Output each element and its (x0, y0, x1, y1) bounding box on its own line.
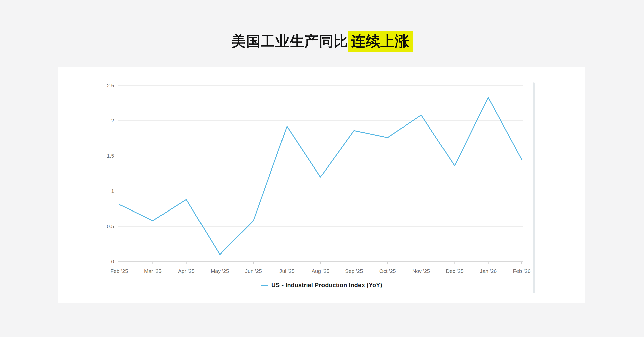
y-tick-label: 1 (111, 188, 114, 194)
y-tick-label: 0.5 (107, 223, 114, 229)
x-tick-label: May '25 (211, 268, 229, 274)
line-chart: 00.511.522.5Feb '25Mar '25Apr '25May '25… (58, 67, 585, 303)
x-tick-label: Jan '26 (480, 268, 497, 274)
x-tick-label: Feb '25 (110, 268, 128, 274)
y-tick-label: 2.5 (107, 82, 114, 88)
page-title: 美国工业生产同比连续上涨 (0, 32, 644, 51)
y-tick-label: 1.5 (107, 153, 114, 159)
x-tick-label: Oct '25 (379, 268, 396, 274)
x-tick-label: Aug '25 (312, 268, 330, 274)
x-tick-label: Sep '25 (345, 268, 363, 274)
title-text: 美国工业生产同比 (231, 33, 348, 49)
x-tick-label: Nov '25 (412, 268, 430, 274)
series-line (119, 98, 522, 255)
chart-scrollbar[interactable] (533, 82, 535, 293)
legend-label: US - Industrial Production Index (YoY) (271, 282, 382, 289)
x-tick-label: Mar '25 (144, 268, 162, 274)
x-tick-label: Dec '25 (446, 268, 464, 274)
x-tick-label: Apr '25 (178, 268, 195, 274)
chart-card: 00.511.522.5Feb '25Mar '25Apr '25May '25… (58, 67, 585, 303)
y-tick-label: 2 (111, 118, 114, 123)
y-tick-label: 0 (111, 259, 114, 264)
legend-line-marker (261, 285, 268, 286)
chart-legend[interactable]: US - Industrial Production Index (YoY) (58, 282, 585, 289)
title-highlight: 连续上涨 (348, 31, 413, 52)
x-tick-label: Jul '25 (279, 268, 295, 274)
x-tick-label: Jun '25 (245, 268, 262, 274)
x-tick-label: Feb '26 (513, 268, 530, 274)
